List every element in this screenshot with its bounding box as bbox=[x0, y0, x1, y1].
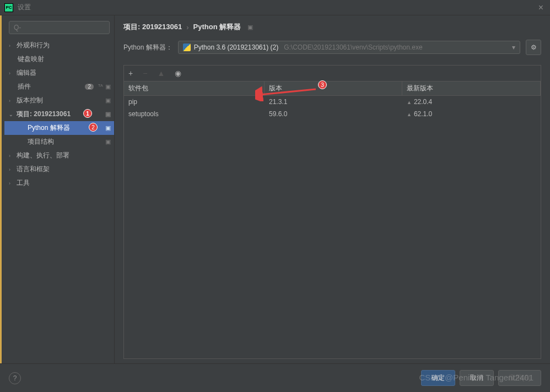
chevron-down-icon: ⌄ bbox=[9, 112, 14, 117]
upgrade-icon: ▲ bbox=[407, 112, 412, 117]
project-icon: ▣ bbox=[247, 24, 253, 31]
chevron-down-icon: ▾ bbox=[512, 43, 515, 51]
sidebar-item-project[interactable]: ⌄ 项目: 2019213061 1 ▣ bbox=[4, 107, 114, 121]
upgrade-icon: ▲ bbox=[407, 100, 412, 105]
interpreter-name: Python 3.6 (2019213061) (2) bbox=[194, 43, 278, 51]
chevron-right-icon: › bbox=[186, 23, 188, 31]
search-placeholder: Q- bbox=[14, 24, 21, 31]
breadcrumb-project: 项目: 2019213061 bbox=[123, 22, 182, 32]
project-icon: ▣ bbox=[105, 111, 111, 118]
main-area: Q- › 外观和行为 键盘映射 › 编辑器 插件 2 ᵀᴬ ▣ › 版本控制 ▣… bbox=[0, 15, 550, 363]
content-panel: 项目: 2019213061 › Python 解释器 ▣ Python 解释器… bbox=[115, 15, 550, 363]
ok-button[interactable]: 确定 bbox=[421, 370, 455, 386]
app-icon: PC bbox=[4, 3, 13, 12]
plugin-count-badge: 2 bbox=[85, 84, 94, 90]
sidebar-item-project-structure[interactable]: 项目结构 ▣ bbox=[4, 135, 114, 149]
titlebar: PC 设置 × bbox=[0, 0, 550, 15]
project-icon: ▣ bbox=[105, 124, 111, 132]
breadcrumb-interpreter: Python 解释器 bbox=[193, 22, 241, 32]
sidebar-item-editor[interactable]: › 编辑器 bbox=[4, 66, 114, 80]
interpreter-select[interactable]: Python 3.6 (2019213061) (2) G:\CODE\2019… bbox=[178, 41, 520, 54]
apply-button[interactable]: 应用(A) bbox=[498, 370, 541, 386]
interpreter-path: G:\CODE\2019213061\venv\Scripts\python.e… bbox=[284, 43, 422, 51]
package-version: 21.3.1 bbox=[265, 97, 402, 107]
project-icon: ▣ bbox=[105, 83, 111, 90]
cancel-button[interactable]: 取消 bbox=[460, 370, 494, 386]
sidebar-item-appearance[interactable]: › 外观和行为 bbox=[4, 39, 114, 52]
package-latest: ▲22.0.4 bbox=[402, 97, 541, 107]
left-edge-strip bbox=[0, 15, 4, 363]
chevron-right-icon: › bbox=[9, 153, 14, 159]
chevron-right-icon: › bbox=[9, 43, 14, 48]
interpreter-label: Python 解释器： bbox=[123, 43, 172, 52]
sidebar-item-python-interpreter[interactable]: Python 解释器 2 ▣ bbox=[4, 121, 114, 135]
packages-panel: + − ▲ ◉ 软件包 版本 最新版本 pip 21.3.1 ▲22.0.4 s… bbox=[123, 65, 541, 359]
translate-icon: ᵀᴬ bbox=[98, 83, 103, 90]
settings-sidebar: Q- › 外观和行为 键盘映射 › 编辑器 插件 2 ᵀᴬ ▣ › 版本控制 ▣… bbox=[4, 15, 115, 363]
package-name: setuptools bbox=[124, 109, 265, 119]
python-icon bbox=[183, 43, 191, 51]
search-input[interactable]: Q- bbox=[9, 21, 110, 34]
header-version[interactable]: 版本 bbox=[265, 81, 402, 95]
chevron-right-icon: › bbox=[9, 98, 14, 104]
chevron-right-icon: › bbox=[9, 181, 14, 186]
sidebar-item-version-control[interactable]: › 版本控制 ▣ bbox=[4, 94, 114, 107]
window-title: 设置 bbox=[18, 3, 31, 12]
project-icon: ▣ bbox=[105, 138, 111, 145]
sidebar-item-languages[interactable]: › 语言和框架 bbox=[4, 162, 114, 176]
interpreter-row: Python 解释器： Python 3.6 (2019213061) (2) … bbox=[123, 40, 541, 55]
gear-icon: ⚙ bbox=[531, 43, 537, 51]
add-package-button[interactable]: + bbox=[128, 69, 133, 78]
breadcrumb: 项目: 2019213061 › Python 解释器 ▣ bbox=[123, 22, 541, 32]
annotation-badge-2: 2 bbox=[89, 123, 98, 132]
package-name: pip bbox=[124, 97, 265, 107]
dialog-footer: ? 确定 取消 应用(A) bbox=[0, 363, 550, 392]
sidebar-item-tools[interactable]: › 工具 bbox=[4, 176, 114, 190]
chevron-right-icon: › bbox=[9, 167, 14, 172]
packages-toolbar: + − ▲ ◉ bbox=[124, 66, 541, 81]
packages-header: 软件包 版本 最新版本 bbox=[124, 81, 541, 96]
chevron-right-icon: › bbox=[9, 70, 14, 76]
annotation-badge-1: 1 bbox=[83, 109, 92, 118]
package-row[interactable]: setuptools 59.6.0 ▲62.1.0 bbox=[124, 108, 541, 120]
header-latest[interactable]: 最新版本 bbox=[402, 81, 541, 95]
header-package-name[interactable]: 软件包 bbox=[124, 81, 265, 95]
eye-icon[interactable]: ◉ bbox=[175, 69, 181, 78]
package-version: 59.6.0 bbox=[265, 109, 402, 119]
sidebar-item-build[interactable]: › 构建、执行、部署 bbox=[4, 149, 114, 162]
sidebar-item-keymap[interactable]: 键盘映射 bbox=[4, 52, 114, 66]
remove-package-button[interactable]: − bbox=[143, 69, 147, 78]
footer-buttons: 确定 取消 应用(A) bbox=[421, 370, 541, 386]
sidebar-item-plugins[interactable]: 插件 2 ᵀᴬ ▣ bbox=[4, 80, 114, 94]
package-latest: ▲62.1.0 bbox=[402, 109, 541, 119]
help-button[interactable]: ? bbox=[9, 372, 21, 384]
project-icon: ▣ bbox=[105, 97, 111, 104]
upgrade-package-button[interactable]: ▲ bbox=[157, 69, 165, 78]
interpreter-settings-button[interactable]: ⚙ bbox=[526, 40, 541, 55]
package-row[interactable]: pip 21.3.1 ▲22.0.4 bbox=[124, 96, 541, 108]
close-icon[interactable]: × bbox=[536, 3, 546, 13]
